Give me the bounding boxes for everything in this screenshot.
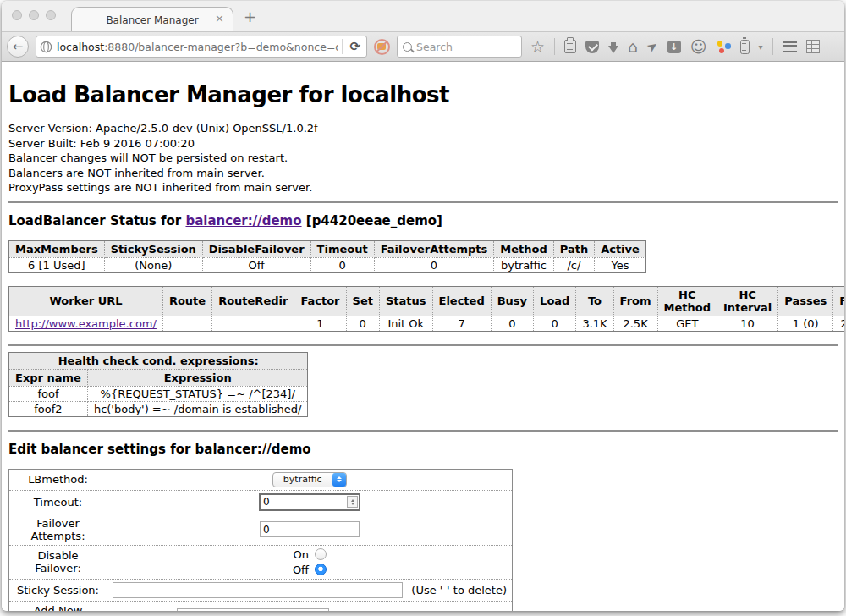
form-row-lbmethod: LBmethod: bytraffic <box>9 469 513 490</box>
send-icon[interactable]: ➤ <box>644 37 661 55</box>
cell-to: 3.1K <box>576 316 613 331</box>
notice-balancers: Balancers are NOT inherited from main se… <box>8 166 838 181</box>
battery-extension-icon[interactable] <box>740 40 750 54</box>
feedback-smiley-icon[interactable]: ☺ <box>690 40 707 54</box>
radio-on-label: On <box>294 548 309 561</box>
number-spinner-icon[interactable] <box>347 496 358 508</box>
status-heading-suffix: [p4420eeae_demo] <box>306 213 442 228</box>
status-heading: LoadBalancer Status for balancer://demo … <box>8 213 838 228</box>
select-stepper-icon <box>332 473 346 487</box>
worker-url-link[interactable]: http://www.example.com/ <box>15 317 157 330</box>
col-status: Status <box>379 286 432 316</box>
cell-hc-interval: 10 <box>717 316 777 331</box>
grid-extension-icon[interactable] <box>806 40 820 53</box>
bookmark-star-icon[interactable]: ☆ <box>530 40 545 54</box>
are-you-sure-label: Are you sure? <box>349 610 425 611</box>
table-title-row: Health check cond. expressions: <box>9 352 308 369</box>
radio-on[interactable] <box>315 548 327 560</box>
back-icon: ← <box>13 39 24 54</box>
page-content: Load Balancer Manager for localhost Serv… <box>2 62 844 611</box>
sticky-session-label: Sticky Session: <box>9 579 107 601</box>
cell-fails: 2 (0) <box>833 316 844 331</box>
site-identity-globe-icon[interactable] <box>40 41 52 53</box>
lbmethod-select[interactable]: bytraffic <box>272 472 347 487</box>
tab-balancer-manager[interactable]: Balancer Manager × <box>71 7 233 32</box>
notice-persist: Balancer changes will NOT be persisted o… <box>8 151 838 166</box>
cell-load: 0 <box>534 316 576 331</box>
dropdown-caret-icon[interactable]: ▾ <box>759 42 763 52</box>
reload-icon[interactable]: ⟳ <box>347 39 363 54</box>
col-method: Method <box>494 240 553 257</box>
blocked-content-icon[interactable] <box>374 39 390 55</box>
minimize-window-button[interactable] <box>29 10 39 20</box>
col-to: To <box>576 286 613 316</box>
col-factor: Factor <box>294 286 346 316</box>
failover-attempts-label: Failover Attempts: <box>9 514 107 545</box>
search-bar[interactable] <box>397 36 522 58</box>
downloads-icon[interactable] <box>608 46 618 53</box>
table-row: http://www.example.com/ 1 0 Init Ok 7 0 … <box>9 316 845 331</box>
col-passes: Passes <box>778 286 833 316</box>
worker-table: Worker URL Route RouteRedir Factor Set S… <box>8 286 844 332</box>
timeout-label: Timeout: <box>9 490 107 514</box>
navigation-toolbar: ← localhost:8880/balancer-manager?b=demo… <box>2 31 844 62</box>
zoom-window-button[interactable] <box>46 10 56 20</box>
close-window-button[interactable] <box>12 10 22 20</box>
cell-expr-name: foof2 <box>9 401 88 416</box>
add-worker-label: Add New Worker: <box>9 601 107 611</box>
cell-routeredir <box>212 316 294 331</box>
pocket-icon[interactable] <box>585 41 599 53</box>
form-row-add-worker: Add New Worker: Are you sure? <box>9 601 513 611</box>
col-elected: Elected <box>432 286 491 316</box>
tab-title: Balancer Manager <box>106 14 198 26</box>
cell-hc-method: GET <box>657 316 717 331</box>
balancer-status-table: MaxMembers StickySession DisableFailover… <box>8 240 646 273</box>
menu-icon[interactable] <box>783 41 797 52</box>
toolbar-icons: ☆ ⌂ ➤ ↓ ☺ ▾ <box>530 38 820 55</box>
lbmethod-selected-value: bytraffic <box>273 474 332 485</box>
cell-route <box>162 316 212 331</box>
table-header-row: Expr name Expression <box>9 369 308 386</box>
toolbar-divider-2 <box>772 38 773 55</box>
cell-expression: hc('body') =~ /domain is established/ <box>87 401 308 416</box>
divider <box>8 201 838 203</box>
home-icon[interactable]: ⌂ <box>628 40 638 54</box>
col-hc-interval: HC Interval <box>717 286 777 316</box>
download-extension-icon[interactable]: ↓ <box>667 41 681 53</box>
search-icon <box>403 42 412 52</box>
back-button[interactable]: ← <box>7 36 29 58</box>
form-row-failover: Failover Attempts: <box>9 514 513 545</box>
search-input[interactable] <box>416 41 516 53</box>
col-hc-method: HC Method <box>657 286 717 316</box>
divider <box>8 344 838 346</box>
cell-path: /c/ <box>553 257 594 272</box>
cell-active: Yes <box>595 257 646 272</box>
radio-off[interactable] <box>315 564 327 575</box>
cell-passes: 1 (0) <box>778 316 833 331</box>
hc-table-title: Health check cond. expressions: <box>9 352 308 369</box>
tab-close-icon[interactable]: × <box>215 13 224 25</box>
status-heading-prefix: LoadBalancer Status for <box>8 213 181 228</box>
cell-elected: 7 <box>432 316 491 331</box>
col-routeredir: RouteRedir <box>212 286 294 316</box>
timeout-input[interactable] <box>259 493 360 511</box>
colored-dots-extension-icon[interactable] <box>717 40 731 53</box>
cell-maxmembers: 6 [1 Used] <box>9 257 105 272</box>
sticky-session-input[interactable] <box>113 582 403 598</box>
col-fails: Fails <box>833 286 844 316</box>
add-worker-input[interactable] <box>177 608 329 611</box>
failover-attempts-input[interactable] <box>260 521 360 537</box>
url-bar[interactable]: localhost:8880/balancer-manager?b=demo&n… <box>36 36 367 58</box>
col-path: Path <box>553 240 594 257</box>
toolbar-divider <box>554 38 555 55</box>
col-from: From <box>613 286 657 316</box>
cell-status: Init Ok <box>379 316 432 331</box>
reading-list-icon[interactable] <box>564 40 576 53</box>
table-row: 6 [1 Used] (None) Off 0 0 bytraffic /c/ … <box>9 257 646 272</box>
balancer-demo-link[interactable]: balancer://demo <box>185 213 301 228</box>
sticky-delete-hint: (Use '-' to delete) <box>411 584 507 597</box>
timeout-stepper[interactable] <box>259 493 360 511</box>
url-text[interactable]: localhost:8880/balancer-manager?b=demo&n… <box>57 41 338 53</box>
col-worker-url: Worker URL <box>9 286 163 316</box>
new-tab-button[interactable]: + <box>244 9 256 25</box>
